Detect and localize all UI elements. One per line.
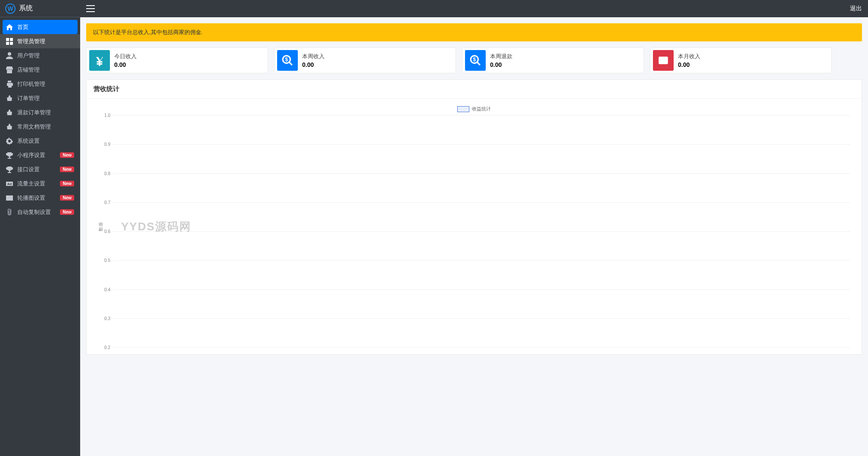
brand-logo-icon: W bbox=[5, 3, 16, 14]
stat-label: 本周收入 bbox=[302, 53, 325, 60]
new-badge: New bbox=[60, 167, 74, 172]
sidebar-item-label: 首页 bbox=[17, 23, 74, 31]
shop-icon bbox=[6, 66, 13, 73]
stat-value: 0.00 bbox=[302, 61, 325, 68]
sidebar-item-9[interactable]: 小程序设置New bbox=[0, 148, 80, 162]
grid-line bbox=[113, 231, 850, 232]
grid-line bbox=[113, 115, 850, 116]
y-tick-label: 0.3 bbox=[100, 316, 110, 321]
sidebar-item-label: 小程序设置 bbox=[17, 151, 56, 159]
legend-swatch-icon bbox=[457, 106, 469, 112]
sidebar-item-label: 常用文档管理 bbox=[17, 123, 74, 131]
grid-line bbox=[113, 173, 850, 174]
stat-card-1: $本周收入0.00 bbox=[274, 47, 456, 73]
yen-icon bbox=[89, 50, 110, 71]
sidebar-item-10[interactable]: 接口设置New bbox=[0, 162, 80, 176]
svg-text:$: $ bbox=[285, 57, 288, 63]
stat-value: 0.00 bbox=[490, 61, 512, 68]
sidebar-item-label: 用户管理 bbox=[17, 52, 74, 60]
topbar: 退出 bbox=[80, 0, 868, 17]
stat-label: 本月收入 bbox=[678, 53, 700, 60]
notice-banner: 以下统计是平台总收入,其中包括商家的佣金. bbox=[86, 23, 862, 41]
stat-label: 本周退款 bbox=[490, 53, 512, 60]
basket-icon bbox=[6, 95, 13, 102]
sidebar-item-11[interactable]: Ad流量主设置New bbox=[0, 176, 80, 191]
sidebar-item-4[interactable]: 打印机管理 bbox=[0, 77, 80, 91]
magnifier-icon: $ bbox=[465, 50, 486, 71]
brand: W 系统 bbox=[0, 0, 80, 17]
trophy-icon bbox=[6, 166, 13, 173]
content-area: 以下统计是平台总收入,其中包括商家的佣金. 今日收入0.00$本周收入0.00$… bbox=[80, 17, 868, 456]
revenue-chart-panel: 营收统计 收益统计 数据 1.00.90.80.70.60.50.40.30.2… bbox=[86, 79, 862, 355]
sidebar-item-6[interactable]: 退款订单管理 bbox=[0, 105, 80, 120]
sidebar-item-1[interactable]: 管理员管理 bbox=[0, 34, 80, 48]
chart-area: 收益统计 数据 1.00.90.80.70.60.50.40.30.2 YYDS… bbox=[94, 106, 855, 347]
new-badge: New bbox=[60, 181, 74, 186]
grid-line bbox=[113, 260, 850, 261]
sidebar-item-label: 店铺管理 bbox=[17, 66, 74, 74]
stat-card-0: 今日收入0.00 bbox=[86, 47, 268, 73]
dashboard-icon bbox=[6, 38, 13, 45]
logout-button[interactable]: 退出 bbox=[850, 5, 862, 13]
stat-card-2: $本周退款0.00 bbox=[462, 47, 644, 73]
grid-line bbox=[113, 318, 850, 319]
y-tick-label: 0.4 bbox=[100, 287, 110, 292]
stat-label: 今日收入 bbox=[114, 53, 137, 60]
sidebar-item-label: 接口设置 bbox=[17, 166, 56, 173]
sidebar-item-label: 轮播图设置 bbox=[17, 194, 56, 202]
home-icon bbox=[6, 24, 13, 31]
wallet-icon bbox=[653, 50, 674, 71]
gear-icon bbox=[6, 138, 13, 145]
magnifier-icon: $ bbox=[277, 50, 298, 71]
clip-icon bbox=[6, 209, 13, 216]
y-tick-label: 0.8 bbox=[100, 171, 110, 176]
sidebar-item-label: 自动复制设置 bbox=[17, 208, 56, 216]
sidebar-item-label: 管理员管理 bbox=[17, 38, 74, 45]
stat-value: 0.00 bbox=[114, 61, 137, 68]
chart-legend: 收益统计 bbox=[457, 106, 491, 112]
stat-value: 0.00 bbox=[678, 61, 700, 68]
grid-line bbox=[113, 347, 850, 348]
svg-text:Ad: Ad bbox=[7, 182, 12, 186]
sidebar-item-label: 打印机管理 bbox=[17, 80, 74, 88]
y-tick-label: 0.9 bbox=[100, 142, 110, 147]
trophy-icon bbox=[6, 152, 13, 159]
menu-toggle-button[interactable] bbox=[86, 5, 95, 12]
print-icon bbox=[6, 81, 13, 88]
grid-line bbox=[113, 202, 850, 203]
grid-line bbox=[113, 144, 850, 145]
sidebar-item-0[interactable]: 首页 bbox=[3, 20, 78, 34]
sidebar-item-5[interactable]: 订单管理 bbox=[0, 91, 80, 105]
ad-icon: Ad bbox=[6, 180, 13, 187]
brand-title: 系统 bbox=[19, 4, 33, 13]
legend-label: 收益统计 bbox=[472, 106, 491, 112]
user-icon bbox=[6, 52, 13, 59]
y-tick-label: 0.2 bbox=[100, 345, 110, 350]
new-badge: New bbox=[60, 195, 74, 201]
sidebar-item-label: 流量主设置 bbox=[17, 180, 56, 188]
stats-row: 今日收入0.00$本周收入0.00$本周退款0.00本月收入0.00 bbox=[86, 47, 862, 73]
stat-card-3: 本月收入0.00 bbox=[650, 47, 832, 73]
sidebar-item-label: 退款订单管理 bbox=[17, 109, 74, 116]
y-tick-label: 0.5 bbox=[100, 258, 110, 263]
new-badge: New bbox=[60, 209, 74, 215]
basket-icon bbox=[6, 109, 13, 116]
sidebar-item-2[interactable]: 用户管理 bbox=[0, 48, 80, 63]
sidebar-item-13[interactable]: 自动复制设置New bbox=[0, 205, 80, 219]
sidebar-item-7[interactable]: 常用文档管理 bbox=[0, 120, 80, 134]
image-icon bbox=[6, 195, 13, 201]
panel-title: 营收统计 bbox=[87, 80, 862, 99]
y-tick-label: 0.7 bbox=[100, 200, 110, 204]
sidebar-item-3[interactable]: 店铺管理 bbox=[0, 63, 80, 77]
svg-text:$: $ bbox=[473, 57, 476, 63]
basket-icon bbox=[6, 123, 13, 130]
grid-line bbox=[113, 289, 850, 290]
sidebar-item-label: 系统设置 bbox=[17, 137, 74, 145]
y-tick-label: 0.6 bbox=[100, 229, 110, 234]
y-tick-label: 1.0 bbox=[100, 113, 110, 118]
sidebar-item-12[interactable]: 轮播图设置New bbox=[0, 191, 80, 205]
sidebar-nav: 首页管理员管理用户管理店铺管理打印机管理订单管理退款订单管理常用文档管理系统设置… bbox=[0, 17, 80, 456]
sidebar-item-8[interactable]: 系统设置 bbox=[0, 134, 80, 148]
sidebar-item-label: 订单管理 bbox=[17, 94, 74, 102]
sidebar: W 系统 首页管理员管理用户管理店铺管理打印机管理订单管理退款订单管理常用文档管… bbox=[0, 0, 80, 456]
